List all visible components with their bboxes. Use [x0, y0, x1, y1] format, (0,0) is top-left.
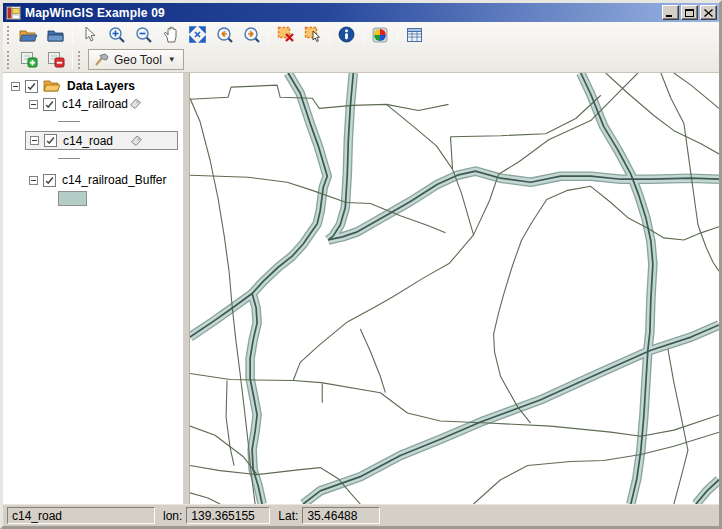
- toolbar-area: Geo Tool ▼: [3, 22, 719, 73]
- app-icon: [6, 6, 21, 20]
- identify-info-button[interactable]: [334, 24, 359, 46]
- zoom-in-button[interactable]: [104, 24, 129, 46]
- layer-label: c14_railroad: [62, 97, 128, 111]
- status-bar: c14_road lon: 139.365155 Lat: 35.46488: [3, 504, 719, 526]
- tree-root-data-layers[interactable]: Data Layers: [3, 77, 183, 95]
- panel-splitter[interactable]: [183, 73, 190, 504]
- remove-layer-icon: [47, 51, 65, 68]
- remove-layer-button[interactable]: [43, 49, 68, 71]
- zoom-extents-icon: [189, 26, 206, 43]
- hammer-icon: [94, 53, 110, 67]
- layer-label: c14_road: [63, 134, 129, 148]
- lon-label: lon:: [163, 509, 182, 523]
- root-checkbox[interactable]: [25, 80, 38, 93]
- toolbar-separator: [72, 50, 73, 69]
- layer-label: c14_railroad_Buffer: [62, 173, 128, 187]
- minimize-icon: [666, 9, 675, 17]
- main-content: Data Layers c14_railroad: [3, 73, 719, 504]
- attribute-table-button[interactable]: [402, 24, 427, 46]
- zoom-previous-button[interactable]: [212, 24, 237, 46]
- close-button[interactable]: [700, 5, 717, 20]
- folder-icon: [43, 79, 61, 93]
- status-layer-text: c14_road: [12, 509, 62, 523]
- tag-icon[interactable]: [128, 97, 143, 111]
- layer-checkbox[interactable]: [43, 174, 56, 187]
- toolbar-grip[interactable]: [7, 26, 12, 44]
- clear-selection-button[interactable]: [273, 24, 298, 46]
- select-box-button[interactable]: [300, 24, 325, 46]
- info-icon: [338, 26, 355, 43]
- toolbar-separator: [363, 25, 364, 44]
- add-layer-icon: [20, 51, 38, 68]
- zoom-out-button[interactable]: [131, 24, 156, 46]
- layer-checkbox[interactable]: [44, 134, 57, 147]
- cursor-icon: [83, 26, 97, 43]
- window-title: MapWinGIS Example 09: [25, 4, 660, 22]
- checkmark-icon: [26, 81, 37, 92]
- collapse-icon[interactable]: [11, 82, 20, 91]
- railroad-line-symbol[interactable]: [58, 114, 183, 128]
- select-box-icon: [304, 26, 322, 43]
- lat-label: Lat:: [278, 509, 298, 523]
- maximize-button[interactable]: [681, 5, 698, 20]
- collapse-icon[interactable]: [30, 136, 39, 145]
- layer-item-road[interactable]: c14_road: [25, 131, 178, 150]
- maximize-icon: [685, 9, 694, 17]
- toolbar-row-2: Geo Tool ▼: [3, 47, 719, 72]
- close-icon: [704, 9, 713, 17]
- pan-hand-icon: [163, 26, 179, 43]
- root-label: Data Layers: [67, 79, 135, 93]
- clear-selection-icon: [277, 26, 295, 43]
- symbology-palette-button[interactable]: [368, 24, 393, 46]
- checkmark-icon: [44, 99, 55, 110]
- layer-item-railroad-buffer[interactable]: c14_railroad_Buffer: [3, 171, 183, 189]
- lon-value-text: 139.365155: [191, 509, 254, 523]
- zoom-out-icon: [135, 26, 153, 44]
- toolbar-grip[interactable]: [7, 51, 12, 69]
- select-pointer-button[interactable]: [77, 24, 102, 46]
- zoom-in-icon: [108, 26, 126, 44]
- buffer-polygon-swatch[interactable]: [58, 191, 87, 206]
- table-icon: [406, 27, 423, 43]
- map-view[interactable]: [190, 73, 719, 504]
- line-swatch: [58, 158, 80, 159]
- status-selected-layer: c14_road: [7, 507, 155, 524]
- line-swatch: [58, 121, 80, 122]
- status-lon-value: 139.365155: [186, 507, 270, 524]
- toolbar-separator: [329, 25, 330, 44]
- pan-button[interactable]: [158, 24, 183, 46]
- folder-open-icon: [19, 27, 38, 43]
- app-window: MapWinGIS Example 09: [0, 0, 722, 529]
- zoom-extents-button[interactable]: [185, 24, 210, 46]
- zoom-next-button[interactable]: [239, 24, 264, 46]
- tag-icon[interactable]: [129, 134, 144, 148]
- toolbar-separator: [72, 25, 73, 44]
- layer-checkbox[interactable]: [43, 98, 56, 111]
- layers-panel: Data Layers c14_railroad: [3, 73, 183, 504]
- toolbar-separator: [268, 25, 269, 44]
- minimize-button[interactable]: [662, 5, 679, 20]
- geo-tool-button[interactable]: Geo Tool ▼: [88, 49, 184, 70]
- add-layer-button[interactable]: [16, 49, 41, 71]
- dropdown-arrow-icon: ▼: [168, 55, 176, 64]
- open-folder-button[interactable]: [43, 24, 68, 46]
- open-file-button[interactable]: [16, 24, 41, 46]
- map-svg: [190, 73, 719, 504]
- toolbar-grip[interactable]: [78, 51, 83, 69]
- palette-icon: [372, 27, 389, 43]
- zoom-previous-icon: [216, 26, 234, 44]
- status-lat-value: 35.46488: [302, 507, 380, 524]
- folder-blue-icon: [46, 27, 65, 43]
- title-bar[interactable]: MapWinGIS Example 09: [3, 3, 719, 22]
- geo-tool-label: Geo Tool: [114, 53, 162, 67]
- layer-item-railroad[interactable]: c14_railroad: [3, 95, 183, 113]
- road-line-symbol[interactable]: [58, 151, 183, 165]
- lat-value-text: 35.46488: [307, 509, 357, 523]
- checkmark-icon: [44, 175, 55, 186]
- zoom-next-icon: [243, 26, 261, 44]
- toolbar-separator: [397, 25, 398, 44]
- toolbar-row-1: [3, 22, 719, 47]
- collapse-icon[interactable]: [29, 176, 38, 185]
- collapse-icon[interactable]: [29, 100, 38, 109]
- checkmark-icon: [45, 135, 56, 146]
